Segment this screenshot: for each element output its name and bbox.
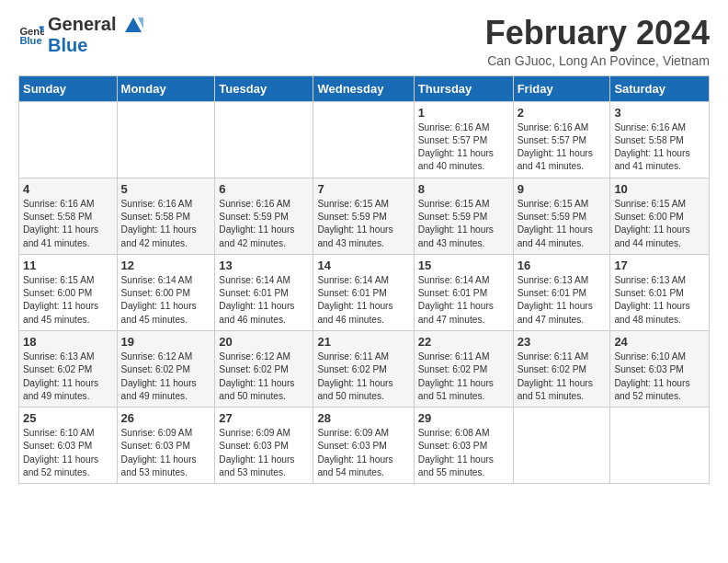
day-number: 19: [121, 335, 211, 349]
calendar-week-row: 25Sunrise: 6:10 AM Sunset: 6:03 PM Dayli…: [19, 408, 710, 484]
day-of-week-header: Tuesday: [215, 75, 313, 101]
calendar-week-row: 11Sunrise: 6:15 AM Sunset: 6:00 PM Dayli…: [19, 254, 710, 330]
calendar-day-cell: 20Sunrise: 6:12 AM Sunset: 6:02 PM Dayli…: [215, 330, 313, 407]
calendar-day-cell: 15Sunrise: 6:14 AM Sunset: 6:01 PM Dayli…: [414, 254, 513, 330]
location-subtitle: Can GJuoc, Long An Povince, Vietnam: [485, 53, 710, 68]
day-number: 8: [418, 182, 509, 196]
calendar-day-cell: 3Sunrise: 6:16 AM Sunset: 5:58 PM Daylig…: [610, 101, 710, 178]
calendar-empty-cell: [610, 408, 710, 484]
day-number: 28: [317, 411, 409, 425]
day-info: Sunrise: 6:16 AM Sunset: 5:58 PM Dayligh…: [614, 121, 705, 174]
calendar-day-cell: 2Sunrise: 6:16 AM Sunset: 5:57 PM Daylig…: [513, 101, 610, 178]
calendar-day-cell: 28Sunrise: 6:09 AM Sunset: 6:03 PM Dayli…: [313, 408, 414, 484]
calendar-day-cell: 7Sunrise: 6:15 AM Sunset: 5:59 PM Daylig…: [313, 178, 414, 254]
calendar-week-row: 1Sunrise: 6:16 AM Sunset: 5:57 PM Daylig…: [19, 101, 710, 178]
logo-icon-shape: [116, 14, 143, 34]
day-number: 22: [418, 335, 509, 349]
day-number: 9: [518, 182, 607, 196]
calendar-empty-cell: [215, 101, 313, 178]
day-number: 3: [614, 106, 705, 120]
logo-general-text: General: [48, 15, 143, 36]
day-number: 25: [23, 411, 113, 425]
day-info: Sunrise: 6:13 AM Sunset: 6:01 PM Dayligh…: [518, 274, 607, 327]
day-number: 11: [23, 259, 113, 272]
calendar-day-cell: 6Sunrise: 6:16 AM Sunset: 5:59 PM Daylig…: [215, 178, 313, 254]
calendar-day-cell: 21Sunrise: 6:11 AM Sunset: 6:02 PM Dayli…: [313, 330, 414, 407]
calendar-day-cell: 10Sunrise: 6:15 AM Sunset: 6:00 PM Dayli…: [610, 178, 710, 254]
calendar-day-cell: 12Sunrise: 6:14 AM Sunset: 6:00 PM Dayli…: [117, 254, 215, 330]
calendar-day-cell: 11Sunrise: 6:15 AM Sunset: 6:00 PM Dayli…: [19, 254, 118, 330]
day-info: Sunrise: 6:08 AM Sunset: 6:03 PM Dayligh…: [418, 427, 509, 479]
calendar-day-cell: 4Sunrise: 6:16 AM Sunset: 5:58 PM Daylig…: [19, 178, 118, 254]
calendar-day-cell: 22Sunrise: 6:11 AM Sunset: 6:02 PM Dayli…: [414, 330, 513, 407]
day-info: Sunrise: 6:15 AM Sunset: 6:00 PM Dayligh…: [614, 198, 705, 250]
day-info: Sunrise: 6:15 AM Sunset: 6:00 PM Dayligh…: [23, 274, 113, 327]
day-info: Sunrise: 6:11 AM Sunset: 6:02 PM Dayligh…: [317, 350, 409, 403]
calendar-week-row: 18Sunrise: 6:13 AM Sunset: 6:02 PM Dayli…: [19, 330, 710, 407]
day-number: 29: [418, 411, 509, 425]
day-number: 15: [418, 259, 509, 272]
page-header: General Blue General Blue February 2024 …: [18, 15, 710, 68]
calendar-day-cell: 5Sunrise: 6:16 AM Sunset: 5:58 PM Daylig…: [117, 178, 215, 254]
day-info: Sunrise: 6:16 AM Sunset: 5:58 PM Dayligh…: [121, 198, 211, 250]
day-number: 12: [121, 259, 211, 272]
calendar-table: SundayMondayTuesdayWednesdayThursdayFrid…: [18, 75, 710, 485]
logo-icon: General Blue: [18, 21, 44, 47]
day-number: 23: [518, 335, 607, 349]
day-info: Sunrise: 6:13 AM Sunset: 6:02 PM Dayligh…: [23, 350, 113, 403]
day-number: 24: [614, 335, 705, 349]
day-info: Sunrise: 6:14 AM Sunset: 6:01 PM Dayligh…: [219, 274, 309, 327]
svg-text:Blue: Blue: [19, 36, 41, 47]
day-info: Sunrise: 6:15 AM Sunset: 5:59 PM Dayligh…: [518, 198, 607, 250]
calendar-day-cell: 25Sunrise: 6:10 AM Sunset: 6:03 PM Dayli…: [19, 408, 118, 484]
day-number: 27: [219, 411, 309, 425]
calendar-header-row: SundayMondayTuesdayWednesdayThursdayFrid…: [19, 75, 710, 101]
day-info: Sunrise: 6:16 AM Sunset: 5:59 PM Dayligh…: [219, 198, 309, 250]
day-of-week-header: Sunday: [19, 75, 118, 101]
calendar-day-cell: 27Sunrise: 6:09 AM Sunset: 6:03 PM Dayli…: [215, 408, 313, 484]
day-info: Sunrise: 6:14 AM Sunset: 6:00 PM Dayligh…: [121, 274, 211, 327]
calendar-empty-cell: [513, 408, 610, 484]
calendar-day-cell: 9Sunrise: 6:15 AM Sunset: 5:59 PM Daylig…: [513, 178, 610, 254]
calendar-day-cell: 24Sunrise: 6:10 AM Sunset: 6:03 PM Dayli…: [610, 330, 710, 407]
day-info: Sunrise: 6:16 AM Sunset: 5:57 PM Dayligh…: [418, 121, 509, 174]
day-info: Sunrise: 6:12 AM Sunset: 6:02 PM Dayligh…: [219, 350, 309, 403]
calendar-empty-cell: [117, 101, 215, 178]
calendar-day-cell: 13Sunrise: 6:14 AM Sunset: 6:01 PM Dayli…: [215, 254, 313, 330]
calendar-day-cell: 1Sunrise: 6:16 AM Sunset: 5:57 PM Daylig…: [414, 101, 513, 178]
day-info: Sunrise: 6:12 AM Sunset: 6:02 PM Dayligh…: [121, 350, 211, 403]
logo-blue-text: Blue: [48, 36, 143, 54]
calendar-day-cell: 18Sunrise: 6:13 AM Sunset: 6:02 PM Dayli…: [19, 330, 118, 407]
day-info: Sunrise: 6:09 AM Sunset: 6:03 PM Dayligh…: [219, 427, 309, 479]
day-of-week-header: Wednesday: [313, 75, 414, 101]
day-info: Sunrise: 6:09 AM Sunset: 6:03 PM Dayligh…: [121, 427, 211, 479]
day-number: 7: [317, 182, 409, 196]
day-info: Sunrise: 6:15 AM Sunset: 5:59 PM Dayligh…: [418, 198, 509, 250]
day-number: 17: [614, 259, 705, 272]
day-number: 26: [121, 411, 211, 425]
day-number: 16: [518, 259, 607, 272]
calendar-day-cell: 26Sunrise: 6:09 AM Sunset: 6:03 PM Dayli…: [117, 408, 215, 484]
day-info: Sunrise: 6:10 AM Sunset: 6:03 PM Dayligh…: [614, 350, 705, 403]
day-number: 20: [219, 335, 309, 349]
calendar-day-cell: 23Sunrise: 6:11 AM Sunset: 6:02 PM Dayli…: [513, 330, 610, 407]
title-area: February 2024 Can GJuoc, Long An Povince…: [485, 15, 710, 68]
day-number: 18: [23, 335, 113, 349]
day-info: Sunrise: 6:16 AM Sunset: 5:58 PM Dayligh…: [23, 198, 113, 250]
day-info: Sunrise: 6:11 AM Sunset: 6:02 PM Dayligh…: [418, 350, 509, 403]
logo-text-general: General: [48, 14, 116, 34]
day-number: 1: [418, 106, 509, 120]
day-number: 13: [219, 259, 309, 272]
day-info: Sunrise: 6:13 AM Sunset: 6:01 PM Dayligh…: [614, 274, 705, 327]
calendar-week-row: 4Sunrise: 6:16 AM Sunset: 5:58 PM Daylig…: [19, 178, 710, 254]
day-info: Sunrise: 6:09 AM Sunset: 6:03 PM Dayligh…: [317, 427, 409, 479]
day-of-week-header: Thursday: [414, 75, 513, 101]
day-info: Sunrise: 6:16 AM Sunset: 5:57 PM Dayligh…: [518, 121, 607, 174]
day-number: 2: [518, 106, 607, 120]
day-info: Sunrise: 6:14 AM Sunset: 6:01 PM Dayligh…: [418, 274, 509, 327]
day-number: 6: [219, 182, 309, 196]
logo: General Blue General Blue: [18, 15, 143, 54]
month-year-title: February 2024: [485, 15, 710, 52]
day-info: Sunrise: 6:15 AM Sunset: 5:59 PM Dayligh…: [317, 198, 409, 250]
day-info: Sunrise: 6:10 AM Sunset: 6:03 PM Dayligh…: [23, 427, 113, 479]
